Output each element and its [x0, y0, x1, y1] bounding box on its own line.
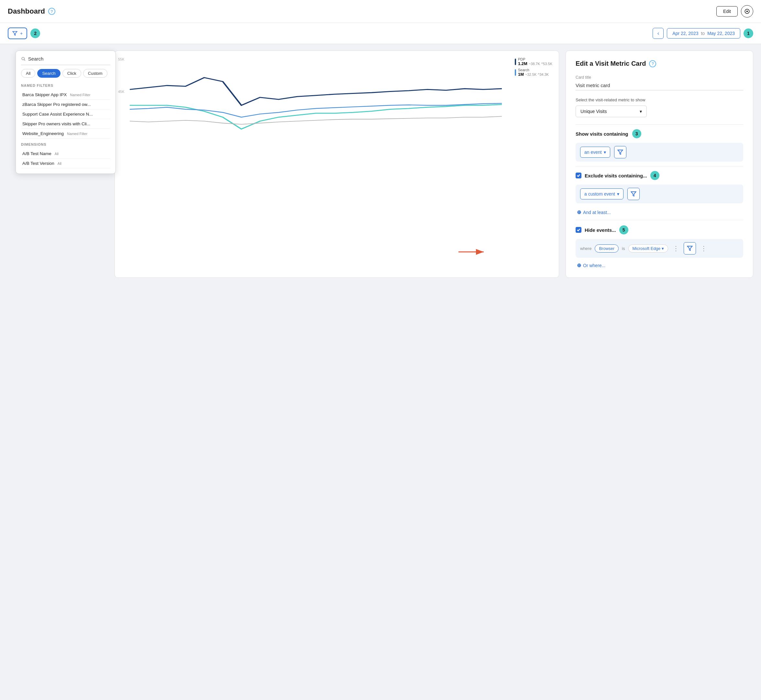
edit-title-text: Edit a Visit Metric Card — [575, 60, 646, 67]
search-sub1: ~32.5K — [525, 72, 536, 77]
hide-events-row: Hide events... 5 — [575, 225, 743, 234]
dimensions-label: DIMENSIONS — [21, 142, 110, 146]
svg-marker-9 — [688, 246, 692, 251]
filter-item-name: Support Case Assist Experience N... — [22, 112, 93, 117]
filter-item-name: Skipper Pro owners visits with Cli... — [22, 122, 90, 126]
svg-line-4 — [24, 59, 25, 61]
edge-label-text: Microsoft Edge — [633, 246, 661, 251]
edit-panel-title: Edit a Visit Metric Card ? — [575, 60, 743, 67]
edit-button[interactable]: Edit — [716, 6, 738, 17]
pdp-sub2: ^53.5K — [541, 62, 552, 66]
svg-marker-2 — [12, 31, 17, 35]
step-badge-3: 3 — [632, 129, 641, 138]
search-sub2: ^34.3K — [538, 72, 549, 77]
filter-item-name: Barca Skipper App IPX — [22, 92, 67, 97]
dashboard-title: Dashboard — [8, 7, 45, 16]
options-icon-button[interactable] — [741, 5, 753, 17]
chart-area: 55K 45K PDP 1.2M ~38.7K ^53.5K — [115, 50, 559, 278]
chevron-down-icon-custom: ▾ — [617, 191, 619, 197]
browser-chip[interactable]: Browser — [595, 244, 619, 253]
where-label: where — [580, 246, 591, 251]
show-visits-label: Show visits containing — [575, 131, 628, 137]
exclude-event-row: a custom event ▾ — [575, 184, 743, 203]
filter-search-input[interactable] — [28, 56, 110, 61]
filter-tabs: All Search Click Custom — [21, 69, 110, 78]
and-at-least-button[interactable]: ⊕ And at least... — [575, 208, 743, 215]
filter-add-button-exclude[interactable] — [627, 188, 640, 200]
event-option-text: an event — [584, 150, 602, 155]
filter-item-zbarca[interactable]: zBarca Skipper Pro registered ow... — [21, 100, 110, 109]
edit-panel: Edit a Visit Metric Card ? Card title Se… — [566, 50, 753, 278]
hide-events-label: Hide events... — [585, 227, 616, 233]
date-prev-button[interactable]: ‹ — [653, 28, 664, 39]
search-value: 1M — [518, 72, 524, 77]
filter-item-barca[interactable]: Barca Skipper App IPX Named Filter — [21, 90, 110, 100]
filter-add-button-where[interactable] — [684, 242, 696, 255]
custom-event-dropdown-button[interactable]: a custom event ▾ — [580, 188, 624, 200]
edit-help-icon[interactable]: ? — [649, 60, 656, 67]
card-title-input[interactable] — [575, 81, 743, 90]
named-filters-label: NAMED FILTERS — [21, 84, 110, 88]
y-label-bottom: 45K — [118, 90, 125, 94]
filter-dim-abversion[interactable]: A/B Test Version All — [21, 159, 110, 168]
tab-click[interactable]: Click — [62, 69, 81, 78]
legend-pdp: PDP 1.2M ~38.7K ^53.5K — [515, 57, 552, 66]
tab-custom[interactable]: Custom — [83, 69, 108, 78]
filter-item-support[interactable]: Support Case Assist Experience N... — [21, 109, 110, 119]
custom-event-text: a custom event — [584, 191, 615, 197]
filter-scroll-area: NAMED FILTERS Barca Skipper App IPX Name… — [21, 82, 110, 168]
hide-events-checkbox[interactable] — [575, 227, 582, 233]
dim-badge-2: All — [58, 162, 61, 166]
metric-select-label: Select the visit-related metric to show — [575, 97, 743, 102]
and-at-least-text: And at least... — [583, 210, 611, 215]
filter-item-name: zBarca Skipper Pro registered ow... — [22, 102, 91, 107]
search-icon — [21, 56, 26, 61]
header-help-icon[interactable]: ? — [48, 8, 55, 15]
plus-icon-and: ⊕ — [577, 209, 581, 215]
exclude-label-text: Exclude visits containing... — [585, 173, 647, 178]
date-from: Apr 22, 2023 — [672, 31, 698, 36]
filter-dim-abname[interactable]: A/B Test Name All — [21, 149, 110, 159]
chart-svg-container — [130, 66, 502, 138]
exclude-label: Exclude visits containing... — [585, 173, 647, 178]
divider-1 — [575, 124, 743, 125]
filter-dropdown-panel: All Search Click Custom NAMED FILTERS Ba… — [16, 50, 116, 174]
dashboard-header: Dashboard ? Edit — [0, 0, 761, 23]
tab-all[interactable]: All — [21, 69, 35, 78]
three-dots-row-end[interactable]: ⋮ — [699, 244, 708, 252]
tab-search[interactable]: Search — [37, 69, 60, 78]
toolbar-row: + 2 ‹ Apr 22, 2023 to May 22, 2023 1 — [0, 23, 761, 44]
filter-item-website[interactable]: Website_Engineering Named Filter — [21, 129, 110, 139]
exclude-visits-row: Exclude visits containing... 4 — [575, 171, 743, 180]
exclude-checkbox[interactable] — [575, 173, 582, 178]
chevron-down-icon-event: ▾ — [604, 150, 606, 155]
filter-count-badge: 2 — [30, 28, 40, 38]
filter-button[interactable]: + — [8, 28, 27, 39]
date-to-label: to — [701, 31, 705, 36]
named-filter-badge-2: Named Filter — [67, 132, 87, 136]
dim-name: A/B Test Version — [22, 161, 55, 166]
svg-point-1 — [747, 11, 748, 12]
or-where-text: Or where... — [583, 263, 605, 268]
metric-select[interactable]: Unique Visits ▾ — [575, 106, 647, 117]
title-area: Dashboard ? — [8, 7, 55, 16]
dim-badge: All — [55, 152, 59, 156]
chart-svg — [130, 66, 502, 137]
dim-name: A/B Test Name — [22, 151, 51, 156]
chart-legend: PDP 1.2M ~38.7K ^53.5K Search 1M — [515, 57, 552, 79]
or-where-button[interactable]: ⊕ Or where... — [575, 261, 743, 269]
date-count-badge: 1 — [744, 28, 753, 38]
pdp-value: 1.2M — [518, 61, 527, 66]
filter-item-skipper[interactable]: Skipper Pro owners visits with Cli... — [21, 119, 110, 129]
event-dropdown-button[interactable]: an event ▾ — [580, 147, 610, 158]
legend-label-pdp: PDP — [518, 57, 552, 61]
is-label: is — [622, 246, 625, 251]
pdp-sub1: ~38.7K — [529, 62, 540, 66]
show-visits-event-row: an event ▾ — [575, 143, 743, 162]
edge-chip[interactable]: Microsoft Edge ▾ — [628, 244, 669, 253]
filter-add-button-show[interactable] — [614, 146, 626, 158]
svg-marker-7 — [618, 150, 622, 155]
header-actions: Edit — [716, 5, 753, 17]
three-dots-where[interactable]: ⋮ — [671, 244, 680, 252]
date-range-display[interactable]: Apr 22, 2023 to May 22, 2023 — [667, 28, 740, 39]
